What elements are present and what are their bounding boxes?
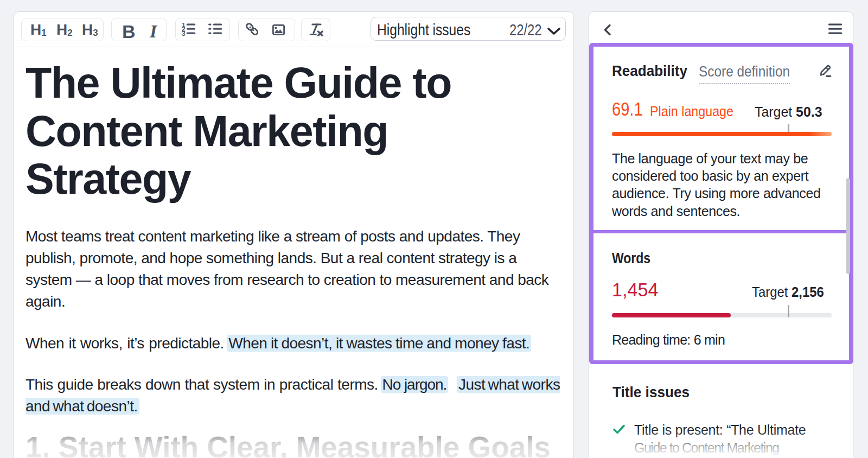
svg-text:3: 3 (182, 30, 186, 36)
